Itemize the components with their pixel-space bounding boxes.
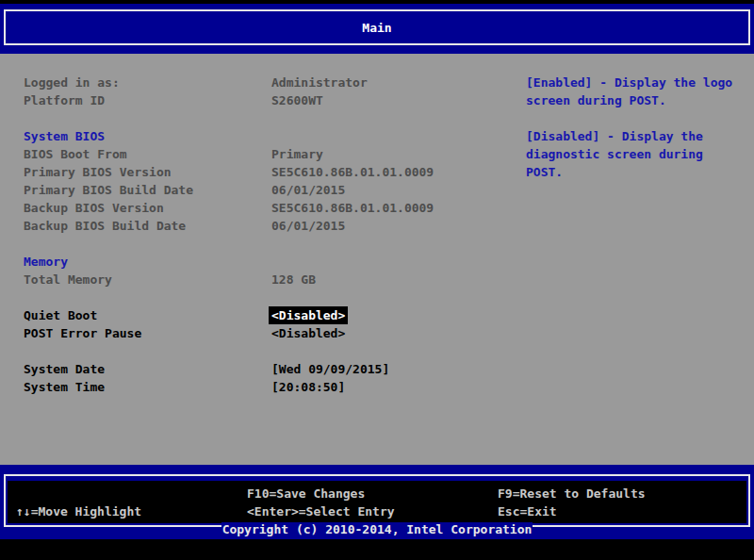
spacer-row [0,235,754,253]
setting-label: Total Memory [24,271,112,288]
setting-label: Primary BIOS Build Date [24,181,193,199]
keyhint-move-highlight: ↑↓=Move Highlight [16,504,141,519]
setting-value[interactable]: <Disabled> [271,324,345,342]
setting-value: 06/01/2015 [271,217,345,235]
section-title: System BIOS [24,127,105,145]
setting-row-system-time[interactable]: System Time[20:08:50] [0,378,754,396]
setting-label: POST Error Pause [24,324,141,342]
keyhint-reset-to-defaults: F9=Reset to Defaults [498,486,646,502]
setting-row-backup-bios-version: Backup BIOS VersionSE5C610.86B.01.01.000… [0,199,754,217]
copyright-text: Copyright (c) 2010-2014, Intel Corporati… [221,522,533,536]
setting-row-quiet-boot[interactable]: Quiet Boot<Disabled> [0,306,754,324]
keyhint-row: F10=Save ChangesF9=Reset to Defaults [8,486,746,504]
spacer-row [0,288,754,306]
setting-value: Primary [271,145,323,163]
setting-value: S2600WT [271,91,323,109]
keyhint-select-entry: <Enter>=Select Entry [247,504,395,519]
setting-row-total-memory: Total Memory128 GB [0,271,754,288]
setting-value: SE5C610.86B.01.01.0009 [271,199,434,217]
setting-row-system-date[interactable]: System Date[Wed 09/09/2015] [0,360,754,378]
setting-label: Logged in as: [24,74,120,91]
setting-label: BIOS Boot From [24,145,127,163]
setting-row-post-error-pause[interactable]: POST Error Pause<Disabled> [0,324,754,342]
menu-tab-main[interactable]: Main [4,9,750,45]
setting-label: Backup BIOS Version [24,199,164,217]
setting-label: Primary BIOS Version [24,163,172,181]
setting-value: Administrator [271,74,368,91]
keyhint-strip: F10=Save ChangesF9=Reset to Defaults↑↓=M… [8,481,746,523]
setting-label: Platform ID [24,91,105,109]
spacer-row [0,342,754,360]
setting-value[interactable]: [Wed 09/09/2015] [271,360,389,378]
help-text-line [526,109,752,127]
help-text-line: [Disabled] - Display the [526,127,752,145]
setting-value: 128 GB [271,271,316,288]
setting-row-backup-bios-build-date: Backup BIOS Build Date06/01/2015 [0,217,754,235]
bios-setup-screen: Main Logged in as:AdministratorPlatform … [0,0,754,560]
section-title: Memory [24,253,68,271]
setting-value[interactable]: [20:08:50] [271,378,345,396]
setting-value-selected[interactable]: <Disabled> [269,306,348,324]
setting-label: Backup BIOS Build Date [24,217,186,235]
content-area: Logged in as:AdministratorPlatform IDS26… [0,54,754,465]
setting-label: System Date [24,360,105,378]
page-title: Main [362,21,391,35]
help-text-line: POST. [526,163,752,181]
help-text-line: [Enabled] - Display the logo [526,74,752,91]
section-header-memory: Memory [0,253,754,271]
header-bar: Main [0,4,754,54]
setting-row-primary-bios-build-date: Primary BIOS Build Date06/01/2015 [0,181,754,199]
keyhint-exit: Esc=Exit [498,504,557,519]
footer-bar: F10=Save ChangesF9=Reset to Defaults↑↓=M… [0,465,754,539]
help-text-line: diagnostic screen during [526,145,752,163]
setting-label: System Time [24,378,105,396]
help-panel: [Enabled] - Display the logoscreen durin… [526,74,752,181]
keyhint-save-changes: F10=Save Changes [247,486,365,502]
setting-label: Quiet Boot [24,306,97,324]
setting-value: SE5C610.86B.01.01.0009 [271,163,434,181]
setting-value: 06/01/2015 [271,181,345,199]
help-text-line: screen during POST. [526,91,752,109]
copyright-line: Copyright (c) 2010-2014, Intel Corporati… [0,519,754,537]
